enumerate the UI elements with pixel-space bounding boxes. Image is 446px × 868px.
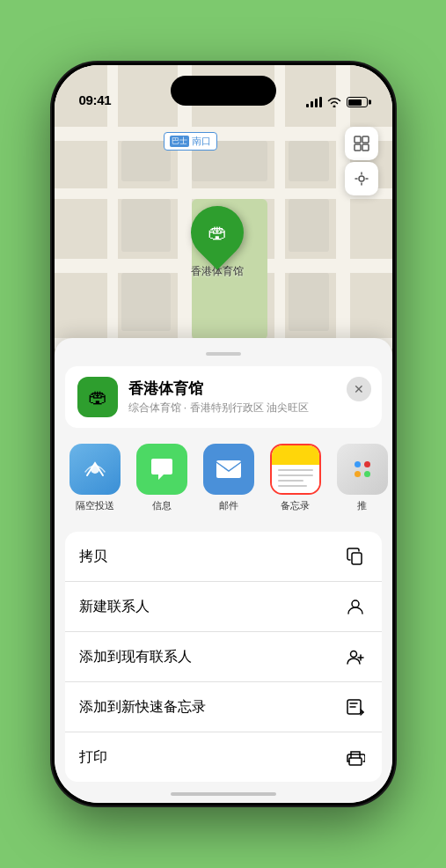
svg-rect-6 <box>216 460 241 478</box>
share-app-mail[interactable]: 邮件 <box>195 440 262 516</box>
share-app-airdrop[interactable]: 隔空投送 <box>62 440 128 516</box>
close-button[interactable]: ✕ <box>347 377 371 401</box>
messages-icon <box>136 444 187 495</box>
location-card: 🏟 香港体育馆 综合体育馆 · 香港特别行政区 油尖旺区 ✕ <box>65 366 382 428</box>
print-label: 打印 <box>79 748 107 767</box>
apps-scroll-container: 隔空投送 信息 <box>55 440 392 516</box>
svg-rect-1 <box>362 136 369 143</box>
airdrop-icon <box>69 444 121 495</box>
note-icon <box>346 697 365 717</box>
map-controls <box>345 127 378 195</box>
svg-point-9 <box>350 651 356 658</box>
share-app-notes[interactable]: 备忘录 <box>262 440 329 516</box>
new-contact-label: 新建联系人 <box>79 598 150 616</box>
svg-point-4 <box>359 176 364 181</box>
airdrop-label: 隔空投送 <box>76 499 114 512</box>
location-info: 香港体育馆 综合体育馆 · 香港特别行政区 油尖旺区 <box>128 379 369 416</box>
battery-icon <box>347 97 368 107</box>
copy-icon <box>346 547 365 566</box>
location-icon <box>353 170 370 188</box>
svg-rect-7 <box>352 553 362 564</box>
location-label-text: 南口 <box>192 135 211 148</box>
svg-point-8 <box>352 600 359 607</box>
copy-icon-wrap <box>343 544 368 569</box>
messages-label: 信息 <box>152 499 172 512</box>
mail-label: 邮件 <box>219 499 238 512</box>
add-existing-label: 添加到现有联系人 <box>79 648 192 666</box>
pin-circle: 🏟 <box>179 195 254 270</box>
svg-rect-3 <box>362 144 369 151</box>
copy-label: 拷贝 <box>79 548 107 566</box>
more-label: 推 <box>357 499 367 512</box>
print-icon <box>346 747 365 767</box>
map-type-button[interactable] <box>345 127 378 160</box>
signal-icon <box>306 97 322 107</box>
stadium-icon: 🏟 <box>208 221 227 244</box>
svg-rect-0 <box>355 136 361 143</box>
action-add-existing[interactable]: 添加到现有联系人 <box>65 632 382 682</box>
map-type-icon <box>353 135 370 152</box>
phone-frame: 09:41 <box>52 63 395 805</box>
person-icon-wrap <box>343 594 368 619</box>
notes-icon-highlighted <box>270 444 321 495</box>
location-button[interactable] <box>345 162 378 195</box>
stadium-pin: 🏟 香港体育馆 <box>191 206 244 279</box>
person-add-icon <box>346 647 365 666</box>
action-list: 拷贝 新建联系人 <box>65 532 382 782</box>
home-indicator <box>171 792 276 796</box>
person-icon <box>346 597 365 616</box>
mail-icon <box>203 444 254 495</box>
close-icon: ✕ <box>354 382 364 396</box>
person-add-icon-wrap <box>343 644 368 669</box>
svg-rect-2 <box>355 144 361 151</box>
share-app-messages[interactable]: 信息 <box>128 440 195 516</box>
wifi-icon <box>327 97 341 107</box>
action-print[interactable]: 打印 <box>65 732 382 782</box>
print-icon-wrap <box>343 745 368 769</box>
venue-name: 香港体育馆 <box>128 379 369 399</box>
venue-icon: 🏟 <box>77 377 118 417</box>
action-copy[interactable]: 拷贝 <box>65 532 382 582</box>
dynamic-island <box>171 76 276 106</box>
svg-rect-11 <box>349 758 362 765</box>
note-icon-wrap <box>343 695 368 719</box>
quick-note-label: 添加到新快速备忘录 <box>79 698 206 717</box>
bus-icon: 巴士 <box>170 136 189 147</box>
more-icon <box>337 444 388 495</box>
action-new-contact[interactable]: 新建联系人 <box>65 582 382 632</box>
phone-screen: 09:41 <box>55 65 392 803</box>
sheet-handle <box>206 352 241 356</box>
status-time: 09:41 <box>79 92 112 107</box>
location-label: 巴士 南口 <box>164 132 217 151</box>
status-icons <box>306 97 368 107</box>
share-apps-row: 隔空投送 信息 <box>55 428 392 525</box>
action-quick-note[interactable]: 添加到新快速备忘录 <box>65 682 382 732</box>
venue-subtitle: 综合体育馆 · 香港特别行政区 油尖旺区 <box>128 401 369 416</box>
notes-label: 备忘录 <box>281 499 310 512</box>
bottom-sheet: 🏟 香港体育馆 综合体育馆 · 香港特别行政区 油尖旺区 ✕ <box>55 338 392 803</box>
share-app-more[interactable]: 推 <box>329 440 392 516</box>
